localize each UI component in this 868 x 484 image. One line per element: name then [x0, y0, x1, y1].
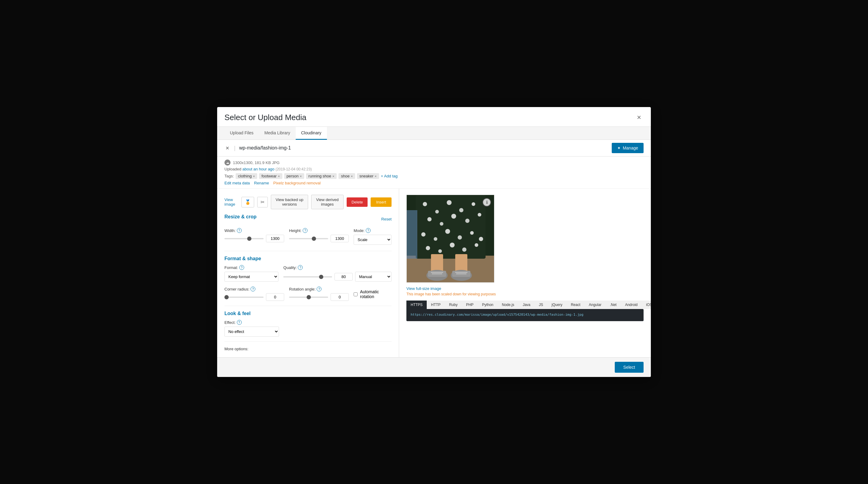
svg-point-14: [434, 237, 437, 241]
tag-sneaker-remove[interactable]: ×: [375, 174, 376, 178]
code-tab-jquery[interactable]: jQuery: [548, 300, 566, 309]
view-derived-button[interactable]: View derived images: [311, 195, 344, 209]
action-buttons: 🏅 ✂ View backed up versions View derived…: [241, 195, 392, 209]
add-tag-link[interactable]: + Add tag: [381, 174, 398, 178]
uploaded-time[interactable]: about an hour ago: [242, 167, 275, 171]
tag-footwear-remove[interactable]: ×: [278, 174, 280, 178]
format-field: Format: ? Keep format jpg png webp gif: [224, 265, 278, 282]
svg-point-17: [470, 231, 474, 235]
tab-media-library[interactable]: Media Library: [259, 127, 296, 140]
code-tab-ruby[interactable]: Ruby: [445, 300, 462, 309]
mode-label: Mode: ?: [353, 228, 392, 233]
look-feel-section: Look & feel Effect: ? No effect Grayscal…: [224, 311, 392, 336]
code-url-box: https://res.cloudinary.com/marissa/image…: [406, 309, 644, 321]
code-tab-nodejs[interactable]: Node.js: [498, 300, 519, 309]
effect-label: Effect: ?: [224, 320, 279, 325]
tag-person-remove[interactable]: ×: [300, 174, 302, 178]
view-backed-up-button[interactable]: View backed up versions: [271, 195, 308, 209]
left-panel: View image 🏅 ✂ View backed up versions V…: [217, 189, 399, 357]
rename-link[interactable]: Rename: [254, 181, 269, 185]
code-tab-https[interactable]: HTTPS: [406, 300, 427, 309]
effect-select[interactable]: No effect Grayscale Sepia Blur Vignette: [224, 327, 279, 336]
tag-running-shoe-remove[interactable]: ×: [332, 174, 334, 178]
rotation-slider-row: [289, 293, 349, 301]
height-number[interactable]: [331, 235, 349, 242]
tag-running-shoe: running shoe ×: [306, 173, 337, 179]
quality-slider[interactable]: [283, 276, 332, 278]
code-tab-java[interactable]: Java: [518, 300, 534, 309]
tag-clothing-remove[interactable]: ×: [253, 174, 255, 178]
pixelz-link[interactable]: Pixelz background removal: [273, 181, 320, 185]
code-tab-http[interactable]: HTTP: [427, 300, 445, 309]
width-number[interactable]: [266, 235, 284, 242]
code-tab-ios[interactable]: iOS: [642, 300, 651, 309]
close-button[interactable]: ×: [634, 112, 644, 122]
svg-rect-34: [407, 210, 417, 259]
search-input[interactable]: [239, 145, 608, 151]
search-clear-button[interactable]: ×: [224, 144, 230, 152]
height-slider-row: [289, 235, 349, 242]
quality-help-icon[interactable]: ?: [298, 265, 303, 270]
code-tab-android[interactable]: Android: [621, 300, 642, 309]
width-slider[interactable]: [224, 238, 264, 239]
insert-button[interactable]: Insert: [371, 197, 392, 207]
select-button[interactable]: Select: [615, 362, 644, 373]
manage-button[interactable]: ✦ Manage: [612, 143, 644, 153]
corner-slider[interactable]: [224, 297, 264, 298]
look-feel-title: Look & feel: [224, 311, 250, 316]
manage-label: Manage: [623, 146, 638, 151]
svg-point-16: [458, 235, 462, 239]
image-preview: ℹ: [406, 195, 494, 283]
rotation-help-icon[interactable]: ?: [317, 287, 321, 291]
format-select[interactable]: Keep format jpg png webp gif: [224, 272, 278, 282]
tags-row: Tags: clothing × footwear × person × run…: [224, 173, 644, 179]
preview-svg: [407, 195, 494, 283]
svg-point-9: [440, 222, 443, 226]
search-bar: × | ✦ Manage: [217, 140, 651, 157]
quality-mode-select[interactable]: Manual Auto Auto best: [355, 272, 392, 282]
corner-label: Corner radius: ?: [224, 287, 284, 291]
mode-field: Mode: ? Scale Fit Fill Crop Thumb Pad: [353, 228, 392, 245]
code-tab-react[interactable]: React: [566, 300, 584, 309]
svg-point-19: [426, 246, 430, 250]
meta-bar: ☁ 1300x1300, 181.9 KB JPG Uploaded about…: [217, 157, 651, 189]
resize-crop-section: Resize & crop Reset Width: ?: [224, 214, 392, 245]
code-tab-php[interactable]: PHP: [462, 300, 478, 309]
effect-help-icon[interactable]: ?: [237, 320, 242, 325]
crop-icon-button[interactable]: ✂: [257, 197, 268, 207]
auto-rotation-checkbox[interactable]: [353, 292, 358, 296]
mode-help-icon[interactable]: ?: [366, 228, 371, 233]
resize-crop-header: Resize & crop Reset: [224, 214, 392, 224]
quality-number[interactable]: [335, 273, 353, 281]
reset-link[interactable]: Reset: [381, 217, 392, 221]
tag-shoe-remove[interactable]: ×: [351, 174, 353, 178]
edit-meta-link[interactable]: Edit meta data: [224, 181, 250, 185]
view-full-link[interactable]: View full-size image: [406, 286, 644, 291]
tab-upload-files[interactable]: Upload Files: [224, 127, 259, 140]
corner-help-icon[interactable]: ?: [250, 287, 255, 291]
format-quality-row: Format: ? Keep format jpg png webp gif: [224, 265, 392, 282]
modal-overlay: Select or Upload Media × Upload Files Me…: [0, 0, 868, 484]
code-tab-angular[interactable]: Angular: [585, 300, 606, 309]
corner-number[interactable]: [266, 293, 284, 301]
width-help-icon[interactable]: ?: [237, 228, 242, 233]
code-tab-python[interactable]: Python: [478, 300, 497, 309]
auto-rotation-label[interactable]: Automatic rotation: [360, 289, 392, 299]
award-icon-button[interactable]: 🏅: [241, 197, 254, 207]
code-tab-js[interactable]: JS: [535, 300, 548, 309]
delete-button[interactable]: Delete: [347, 197, 368, 207]
height-slider[interactable]: [289, 238, 328, 239]
format-help-icon[interactable]: ?: [239, 265, 244, 270]
svg-point-18: [479, 237, 483, 241]
height-help-icon[interactable]: ?: [303, 228, 308, 233]
svg-point-3: [423, 202, 427, 206]
mode-select[interactable]: Scale Fit Fill Crop Thumb Pad: [353, 235, 392, 245]
tag-shoe: shoe ×: [338, 173, 355, 179]
rotation-slider[interactable]: [289, 297, 328, 298]
tag-clothing: clothing ×: [236, 173, 257, 179]
meta-dimensions: 1300x1300, 181.9 KB JPG: [233, 160, 280, 165]
rotation-number[interactable]: [331, 293, 349, 301]
view-image-link[interactable]: View image: [224, 197, 241, 206]
code-tab-net[interactable]: .Net: [606, 300, 621, 309]
tab-cloudinary[interactable]: Cloudinary: [296, 127, 327, 140]
